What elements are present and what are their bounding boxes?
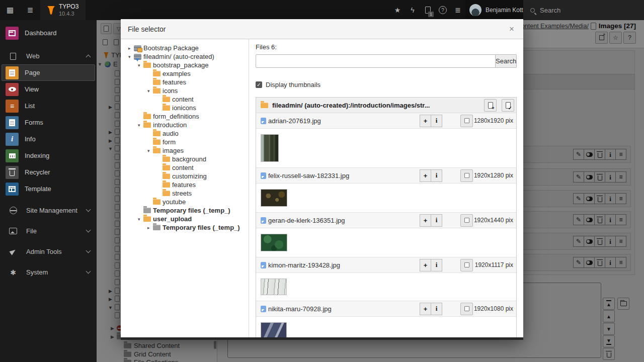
file-thumbnail[interactable] [261, 322, 287, 337]
file-thumbnail[interactable] [261, 134, 279, 162]
file-name[interactable]: nikita-maru-70928.jpg [268, 305, 420, 313]
sidebar-section-file[interactable]: File [0, 223, 97, 239]
file-thumbnail[interactable] [261, 189, 287, 207]
caret-down-icon[interactable]: ▾ [138, 123, 143, 128]
file-row-felix: felix-russell-saw-182331.jpg+i1920x1280 … [256, 168, 516, 184]
tree-item[interactable]: ionicons [128, 104, 247, 112]
folder-icon [143, 114, 151, 119]
file-thumbnail[interactable] [261, 279, 287, 295]
help-button[interactable]: ? [435, 0, 450, 20]
file-select-checkbox[interactable] [460, 169, 473, 182]
sidebar-item-forms[interactable]: Forms [2, 114, 95, 131]
import-selection-button[interactable] [484, 99, 497, 112]
file-info-button[interactable]: i [431, 214, 442, 227]
navigation-toggle-button[interactable]: ≣ [20, 0, 40, 20]
tree-item-label: features [163, 78, 186, 86]
add-file-button[interactable]: + [420, 303, 431, 315]
search-button[interactable]: Search [496, 54, 517, 68]
caret-down-icon[interactable]: ▾ [138, 217, 143, 222]
caret-down-icon[interactable]: ▾ [147, 148, 153, 153]
file-select-checkbox[interactable] [460, 259, 473, 272]
sidebar-item-info[interactable]: iInfo [2, 131, 95, 147]
user-menu[interactable]: Benjamin Kott [465, 0, 523, 20]
tree-item[interactable]: features [128, 78, 247, 86]
file-select-checkbox[interactable] [460, 115, 473, 127]
tree-item[interactable]: ▾images [128, 146, 247, 155]
tree-item[interactable]: audio [128, 129, 247, 138]
caret-right-icon[interactable]: ▸ [147, 225, 153, 230]
sidebar-item-view[interactable]: View [2, 81, 95, 98]
module-menu-toggle-button[interactable]: ▦ [0, 0, 20, 20]
sidebar-item-recycler[interactable]: Recycler [2, 164, 95, 180]
tree-item[interactable]: ▾introduction [128, 121, 247, 129]
tree-item[interactable]: content [128, 95, 247, 104]
tree-item[interactable]: background [128, 155, 247, 163]
tree-item[interactable]: streets [128, 189, 247, 198]
folder-icon [153, 148, 160, 153]
opened-documents-button[interactable]: 1 [420, 0, 435, 20]
add-file-button[interactable]: + [420, 214, 431, 227]
folder-icon [143, 122, 151, 128]
caret-right-icon[interactable]: ▸ [128, 46, 134, 51]
sidebar-item-dashboard[interactable]: Dashboard [2, 25, 95, 41]
caret-down-icon[interactable]: ▾ [147, 88, 153, 94]
file-search-input[interactable] [256, 54, 496, 68]
sidebar-item-template[interactable]: Template [2, 180, 95, 197]
tree-item[interactable]: features [128, 180, 247, 189]
file-list: fileadmin/ (auto-created):/introduction/… [256, 97, 517, 337]
file-info-button[interactable]: i [431, 169, 442, 182]
search-label: Search [540, 7, 560, 14]
tree-item[interactable]: youtube [128, 198, 247, 206]
tree-item[interactable]: ▸Bootstrap Package [128, 44, 247, 52]
clear-cache-button[interactable]: ϟ [405, 0, 420, 20]
sidebar-item-indexing[interactable]: Indexing [2, 147, 95, 164]
add-file-button[interactable]: + [420, 259, 431, 272]
file-name[interactable]: kimon-maritz-193428.jpg [268, 261, 420, 269]
system-information-button[interactable]: ≣ [450, 0, 465, 20]
add-file-button[interactable]: + [420, 169, 431, 182]
folder-icon [143, 216, 151, 222]
file-name[interactable]: adrian-207619.jpg [268, 117, 420, 125]
tree-item[interactable]: Temporary files (_temp_) [128, 206, 247, 215]
file-name[interactable]: felix-russell-saw-182331.jpg [268, 172, 420, 179]
topbar-search[interactable]: Search [523, 0, 644, 20]
tree-item[interactable]: content [128, 163, 247, 172]
image-file-icon [261, 172, 266, 179]
checkbox-icon [464, 306, 469, 311]
toggle-selection-button[interactable] [502, 99, 514, 112]
sidebar-section-admin-tools[interactable]: Admin Tools [0, 243, 97, 260]
tree-item[interactable]: ▾user_upload [128, 215, 247, 223]
sidebar-section-site-management[interactable]: Site Management [0, 202, 97, 219]
caret-down-icon[interactable]: ▾ [128, 54, 134, 59]
tree-item[interactable]: form [128, 138, 247, 146]
file-row-geran: geran-de-klerk-136351.jpg+i1920x1440 pix [256, 213, 516, 228]
file-select-checkbox[interactable] [460, 214, 473, 227]
caret-down-icon[interactable]: ▾ [138, 63, 143, 68]
file-select-checkbox[interactable] [460, 303, 473, 315]
tree-item[interactable]: form_definitions [128, 112, 247, 121]
sidebar-section-system[interactable]: ✱System [0, 264, 97, 281]
add-file-button[interactable]: + [420, 115, 431, 127]
tree-item[interactable]: ▾icons [128, 86, 247, 95]
brand-name: TYPO3 [59, 4, 78, 10]
sidebar-section-web[interactable]: Web [0, 48, 97, 64]
tree-item-label: user_upload [153, 215, 192, 223]
bookmark-button[interactable]: ★ [390, 0, 405, 20]
sidebar-item-list[interactable]: ≡List [2, 98, 95, 114]
display-thumbnails-checkbox[interactable]: ✓ [256, 81, 262, 88]
file-info-button[interactable]: i [431, 115, 442, 127]
tree-item[interactable]: ▾bootstrap_package [128, 61, 247, 69]
globe-icon [7, 207, 20, 214]
file-name[interactable]: geran-de-klerk-136351.jpg [268, 217, 420, 224]
file-info-button[interactable]: i [431, 303, 442, 315]
file-info-button[interactable]: i [431, 259, 442, 272]
tree-item[interactable]: examples [128, 69, 247, 78]
storage-icon [134, 45, 141, 51]
sidebar-item-label: Dashboard [25, 29, 57, 37]
tree-item[interactable]: customizing [128, 172, 247, 180]
close-button[interactable]: × [507, 24, 516, 34]
tree-item[interactable]: ▸Temporary files (_temp_) [128, 223, 247, 232]
tree-item[interactable]: ▾fileadmin/ (auto-created) [128, 52, 247, 61]
sidebar-item-page[interactable]: Page [2, 64, 95, 81]
file-thumbnail[interactable] [261, 234, 287, 251]
